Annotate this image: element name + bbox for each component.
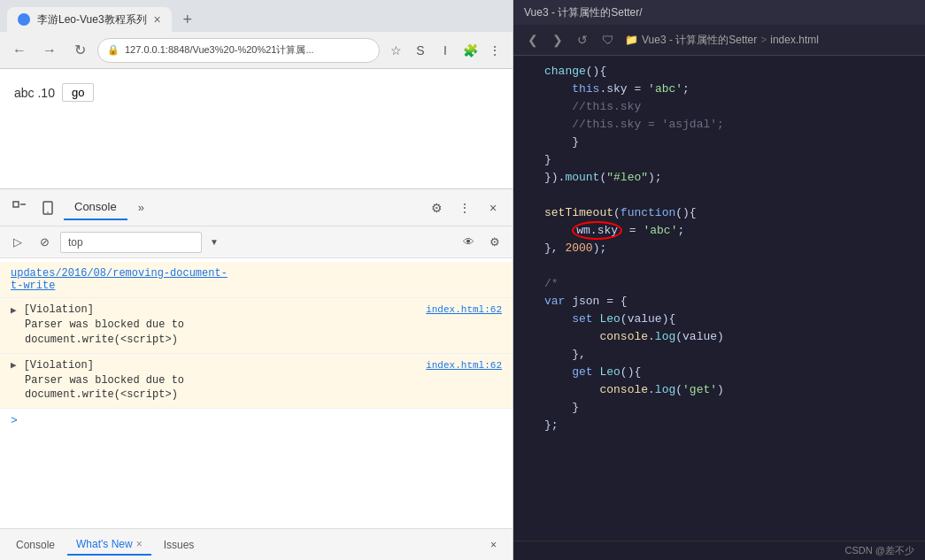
code-line: setTimeout(function(){ — [513, 204, 925, 222]
address-bar[interactable]: 🔒 127.0.0.1:8848/Vue3%20-%20%21计算属... — [97, 38, 380, 63]
bottom-tab-whatsnew[interactable]: What's New × — [67, 534, 151, 556]
editor-back-icon[interactable]: ❮ — [524, 31, 542, 49]
console-violation-2: ▶ [Violation] index.html:62 Parser was b… — [0, 354, 513, 410]
menu-icon[interactable]: ⋮ — [484, 40, 505, 61]
context-filter-value: top — [68, 236, 83, 249]
editor-footer: CSDN @差不少 — [513, 541, 925, 560]
breadcrumb-separator: > — [760, 34, 767, 46]
editor-header: ❮ ❯ ↺ 🛡 📁 Vue3 - 计算属性的Setter > index.htm… — [513, 25, 925, 56]
violation-label-1: [Violation] — [24, 303, 94, 316]
console-messages: updates/2016/08/removing-document-t-writ… — [0, 258, 513, 528]
code-line: console.log('get') — [513, 381, 925, 399]
code-line: //this.sky = 'asjdal'; — [513, 116, 925, 134]
more-tabs-button[interactable]: » — [131, 196, 151, 219]
console-prompt[interactable]: > — [0, 409, 513, 433]
breadcrumb-file-name: index.html — [770, 34, 819, 46]
code-line — [513, 187, 925, 204]
bottom-tab-issues[interactable]: Issues — [155, 535, 204, 555]
code-line: this.sky = 'abc'; — [513, 81, 925, 98]
forward-button[interactable]: → — [37, 38, 62, 63]
devtools-close-icon[interactable]: × — [481, 196, 505, 220]
code-line: } — [513, 151, 925, 169]
back-button[interactable]: ← — [7, 38, 32, 63]
code-line: //this.sky — [513, 98, 925, 116]
editor-panel: Vue3 - 计算属性的Setter/ ❮ ❯ ↺ 🛡 📁 Vue3 - 计算属… — [513, 0, 925, 560]
devtools-bottom-bar: Console What's New × Issues × — [0, 528, 513, 560]
browser-panel: 李游Leo-Vue3教程系列 × + ← → ↻ 🔒 127.0.0.1:884… — [0, 0, 513, 560]
code-line: set Leo(value){ — [513, 311, 925, 328]
code-line: var json = { — [513, 293, 925, 311]
address-text: 127.0.0.1:8848/Vue3%20-%20%21计算属... — [125, 43, 314, 57]
tab-favicon — [18, 13, 30, 26]
violation-link-1[interactable]: index.html:62 — [426, 304, 502, 315]
code-line: get Leo(){ — [513, 364, 925, 381]
code-line: wm.sky = 'abc'; — [513, 222, 925, 240]
browser-tab-bar: 李游Leo-Vue3教程系列 × + — [0, 0, 513, 32]
prompt-symbol: > — [11, 414, 18, 427]
devtools-tabs: Console » ⚙ ⋮ × — [0, 189, 513, 226]
console-toolbar-right: 👁 ⚙ — [458, 232, 505, 253]
devtools-more-icon[interactable]: ⋮ — [452, 196, 477, 220]
page-value: abc .10 — [14, 86, 55, 100]
doc-write-link[interactable]: updates/2016/08/removing-document-t-writ… — [11, 267, 227, 292]
code-line: }, 2000); — [513, 240, 925, 257]
tab-title: 李游Leo-Vue3教程系列 — [37, 12, 147, 27]
go-button[interactable]: go — [62, 83, 94, 102]
breadcrumb-folder-name: Vue3 - 计算属性的Setter — [642, 33, 757, 48]
new-tab-button[interactable]: + — [175, 7, 200, 32]
reload-button[interactable]: ↻ — [67, 38, 92, 63]
bottom-tab-issues-label: Issues — [164, 539, 195, 551]
eye-icon[interactable]: 👁 — [458, 232, 479, 253]
console-toolbar: ▷ ⊘ top ▼ 👁 ⚙ — [0, 226, 513, 258]
tab-close-icon[interactable]: × — [154, 12, 161, 27]
whatsnew-close-icon[interactable]: × — [136, 538, 143, 550]
screenshot-icon[interactable]: S — [410, 40, 431, 61]
console-violation-1: ▶ [Violation] index.html:62 Parser was b… — [0, 298, 513, 354]
violation-body-2: Parser was blocked due todocument.write(… — [11, 373, 502, 403]
svg-rect-0 — [13, 202, 19, 207]
browser-toolbar: ← → ↻ 🔒 127.0.0.1:8848/Vue3%20-%20%21计算属… — [0, 32, 513, 69]
violation-header-2: ▶ [Violation] index.html:62 — [11, 359, 502, 372]
editor-titlebar: Vue3 - 计算属性的Setter/ — [513, 0, 925, 25]
console-settings-icon[interactable]: ⚙ — [484, 232, 505, 253]
extensions-icon[interactable]: 🧩 — [459, 40, 481, 61]
toolbar-icons: ☆ S I 🧩 ⋮ — [385, 40, 505, 61]
editor-shield-icon: 🛡 — [598, 31, 618, 49]
code-line: }; — [513, 417, 925, 434]
device-toolbar-icon[interactable] — [35, 196, 60, 220]
page-display: abc .10 go — [14, 83, 498, 102]
violation-label-2: [Violation] — [24, 359, 94, 372]
context-filter[interactable]: top — [60, 232, 202, 253]
browser-tab[interactable]: 李游Leo-Vue3教程系列 × — [7, 7, 172, 32]
devtools-panel: Console » ⚙ ⋮ × ▷ ⊘ top ▼ 👁 ⚙ updates/20… — [0, 188, 513, 560]
devtools-settings-icon[interactable]: ⚙ — [424, 196, 449, 220]
bottom-bar-close-button[interactable]: × — [482, 535, 505, 555]
inspect-element-icon[interactable] — [7, 196, 32, 220]
browser-content: abc .10 go — [0, 69, 513, 188]
violation-header-1: ▶ [Violation] index.html:62 — [11, 303, 502, 316]
console-message-link: updates/2016/08/removing-document-t-writ… — [0, 262, 513, 298]
violation-body-1: Parser was blocked due todocument.write(… — [11, 318, 502, 348]
clear-console-icon[interactable]: ⊘ — [34, 232, 55, 253]
bottom-tab-console-label: Console — [16, 539, 55, 551]
breadcrumb: 📁 Vue3 - 计算属性的Setter > index.html — [625, 33, 819, 48]
star-icon[interactable]: ☆ — [385, 40, 406, 61]
watermark-text: CSDN @差不少 — [845, 544, 914, 557]
console-tab[interactable]: Console — [64, 195, 127, 220]
editor-title-text: Vue3 - 计算属性的Setter/ — [524, 5, 643, 20]
context-dropdown-icon[interactable]: ▼ — [207, 232, 221, 253]
code-line: }).mount("#leo"); — [513, 169, 925, 187]
code-line: } — [513, 399, 925, 417]
editor-content: change(){ this.sky = 'abc'; //this.sky /… — [513, 56, 925, 541]
breadcrumb-folder-icon: 📁 — [625, 34, 638, 46]
violation-arrow-icon-1: ▶ — [11, 304, 17, 316]
profile-icon[interactable]: I — [435, 40, 456, 61]
code-line — [513, 257, 925, 275]
violation-arrow-icon-2: ▶ — [11, 359, 17, 371]
bottom-tab-console[interactable]: Console — [7, 535, 64, 555]
violation-link-2[interactable]: index.html:62 — [426, 360, 502, 371]
bottom-tab-whatsnew-label: What's New — [76, 538, 133, 550]
editor-forward-icon[interactable]: ❯ — [549, 31, 567, 49]
run-script-icon[interactable]: ▷ — [7, 232, 28, 253]
editor-refresh-icon[interactable]: ↺ — [574, 31, 591, 49]
